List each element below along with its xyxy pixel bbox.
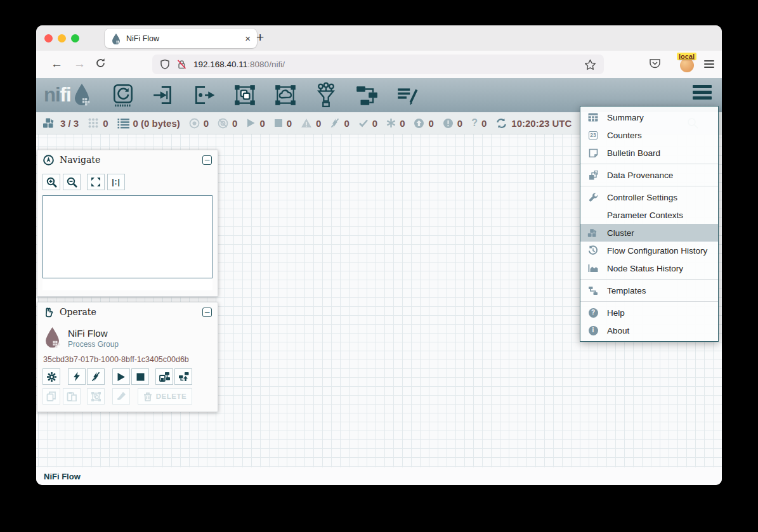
menu-item-parameter-contexts[interactable]: Parameter Contexts bbox=[580, 206, 718, 224]
url-host: 192.168.40.11 bbox=[193, 60, 247, 69]
collapse-operate-button[interactable]: − bbox=[202, 308, 212, 317]
funnel-icon[interactable] bbox=[313, 82, 339, 108]
delete-button[interactable]: DELETE bbox=[138, 388, 192, 405]
hand-pointer-icon bbox=[43, 307, 54, 318]
shield-icon[interactable] bbox=[160, 59, 170, 70]
bulletin-board-icon bbox=[587, 148, 599, 158]
reload-button[interactable] bbox=[95, 58, 106, 68]
sync-failure-value: 0 bbox=[481, 118, 487, 129]
configure-button[interactable] bbox=[42, 368, 60, 385]
close-tab-icon[interactable]: × bbox=[245, 34, 251, 43]
zoom-fit-button[interactable] bbox=[87, 174, 105, 190]
menu-item-cluster[interactable]: Cluster bbox=[580, 224, 718, 242]
group-button[interactable] bbox=[87, 388, 105, 405]
cluster-icon bbox=[42, 117, 56, 129]
menu-item-label: Cluster bbox=[607, 228, 634, 238]
processor-icon[interactable] bbox=[110, 82, 136, 108]
bookmark-star-icon[interactable] bbox=[584, 59, 596, 70]
breadcrumb-bar: NiFi Flow bbox=[36, 467, 722, 485]
menu-item-help[interactable]: ? Help bbox=[580, 304, 718, 321]
template-icon[interactable] bbox=[354, 82, 379, 108]
profile-avatar[interactable] bbox=[680, 58, 694, 72]
minimize-window-button[interactable] bbox=[58, 34, 66, 42]
stop-button[interactable] bbox=[131, 368, 149, 385]
enable-button[interactable] bbox=[68, 368, 86, 385]
zoom-in-button[interactable] bbox=[42, 174, 60, 190]
upload-template-button[interactable] bbox=[174, 368, 192, 385]
menu-divider bbox=[580, 186, 718, 186]
refresh-icon[interactable] bbox=[495, 118, 507, 129]
transmitting-status: 0 bbox=[189, 118, 209, 129]
process-group-droplet-icon bbox=[43, 326, 62, 350]
process-group-icon[interactable] bbox=[232, 82, 258, 108]
active-threads-value: 0 bbox=[103, 118, 108, 129]
remote-process-group-icon[interactable] bbox=[273, 82, 298, 108]
tab-title: NiFi Flow bbox=[126, 34, 245, 43]
url-bar[interactable]: 192.168.40.11:8080/nifi/ bbox=[152, 55, 604, 74]
insecure-lock-icon[interactable] bbox=[176, 59, 187, 70]
new-tab-button[interactable]: + bbox=[256, 30, 264, 45]
browser-tab-bar: NiFi Flow × + bbox=[36, 25, 722, 51]
menu-item-data-provenance[interactable]: Data Provenance bbox=[580, 166, 718, 184]
connected-nodes-status: 3 / 3 bbox=[42, 117, 79, 129]
browser-tab[interactable]: NiFi Flow × bbox=[105, 29, 257, 48]
container-tab-badge: local bbox=[677, 53, 696, 60]
menu-item-label: Counters bbox=[607, 131, 642, 140]
breadcrumb[interactable]: NiFi Flow bbox=[44, 472, 81, 481]
locally-modified-and-stale-status: 0 bbox=[443, 118, 462, 129]
stale-value: 0 bbox=[428, 118, 433, 129]
label-icon[interactable] bbox=[395, 82, 420, 108]
zoom-out-button[interactable] bbox=[63, 174, 81, 190]
menu-item-label: Node Status History bbox=[607, 264, 683, 273]
selection-info: NiFi Flow Process Group bbox=[68, 328, 119, 349]
sync-failure-status: ? 0 bbox=[471, 117, 487, 129]
up-to-date-status: 0 bbox=[358, 118, 377, 129]
invalid-icon bbox=[301, 118, 312, 128]
close-window-button[interactable] bbox=[44, 34, 53, 42]
locally-modified-asterisk-icon bbox=[386, 118, 396, 128]
menu-item-templates[interactable]: Templates bbox=[580, 282, 718, 299]
question-mark-icon: ? bbox=[471, 117, 478, 129]
copy-button[interactable] bbox=[42, 388, 60, 405]
pocket-icon[interactable] bbox=[649, 58, 661, 69]
menu-item-summary[interactable]: Summary bbox=[580, 108, 718, 126]
menu-item-counters[interactable]: 23 Counters bbox=[580, 126, 718, 144]
paste-button[interactable] bbox=[63, 388, 81, 405]
menu-item-flow-configuration-history[interactable]: Flow Configuration History bbox=[580, 242, 718, 259]
output-port-icon[interactable] bbox=[192, 82, 217, 108]
disable-button[interactable] bbox=[87, 368, 105, 385]
refresh-status: 10:20:23 UTC bbox=[495, 118, 572, 129]
back-button[interactable]: ← bbox=[51, 57, 63, 71]
refresh-time-value: 10:20:23 UTC bbox=[511, 118, 572, 129]
collapse-navigate-button[interactable]: − bbox=[202, 155, 212, 165]
birdseye-container bbox=[42, 195, 212, 290]
nifi-logo-text-2: fi bbox=[60, 84, 71, 107]
navigate-buttons: |:| bbox=[37, 169, 218, 191]
start-button[interactable] bbox=[112, 368, 130, 385]
fill-color-brush-button[interactable] bbox=[112, 388, 130, 405]
zoom-window-button[interactable] bbox=[71, 34, 79, 42]
birdseye-view[interactable] bbox=[42, 195, 212, 278]
stopped-status: 0 bbox=[274, 118, 292, 129]
browser-menu-button[interactable] bbox=[704, 58, 714, 70]
about-icon: i bbox=[587, 326, 599, 335]
menu-item-node-status-history[interactable]: Node Status History bbox=[580, 259, 718, 277]
zoom-actual-button[interactable]: |:| bbox=[107, 174, 125, 190]
nifi-favicon-icon bbox=[111, 33, 121, 44]
stale-status: 0 bbox=[414, 118, 433, 129]
menu-item-about[interactable]: i About bbox=[580, 321, 718, 339]
provenance-icon bbox=[587, 171, 599, 180]
menu-item-bulletin-board[interactable]: Bulletin Board bbox=[580, 144, 718, 162]
menu-item-label: About bbox=[607, 326, 629, 335]
forward-button[interactable]: → bbox=[74, 57, 86, 71]
global-menu-button[interactable] bbox=[693, 85, 712, 102]
nifi-logo-text-1: ni bbox=[44, 84, 60, 107]
transmitting-value: 0 bbox=[204, 118, 209, 129]
url-text[interactable]: 192.168.40.11:8080/nifi/ bbox=[193, 60, 584, 69]
menu-item-controller-settings[interactable]: Controller Settings bbox=[580, 188, 718, 206]
up-to-date-value: 0 bbox=[372, 118, 377, 129]
history-icon bbox=[587, 245, 599, 256]
save-template-button[interactable] bbox=[155, 368, 173, 385]
input-port-icon[interactable] bbox=[151, 82, 176, 108]
selected-component: NiFi Flow Process Group bbox=[37, 321, 218, 350]
